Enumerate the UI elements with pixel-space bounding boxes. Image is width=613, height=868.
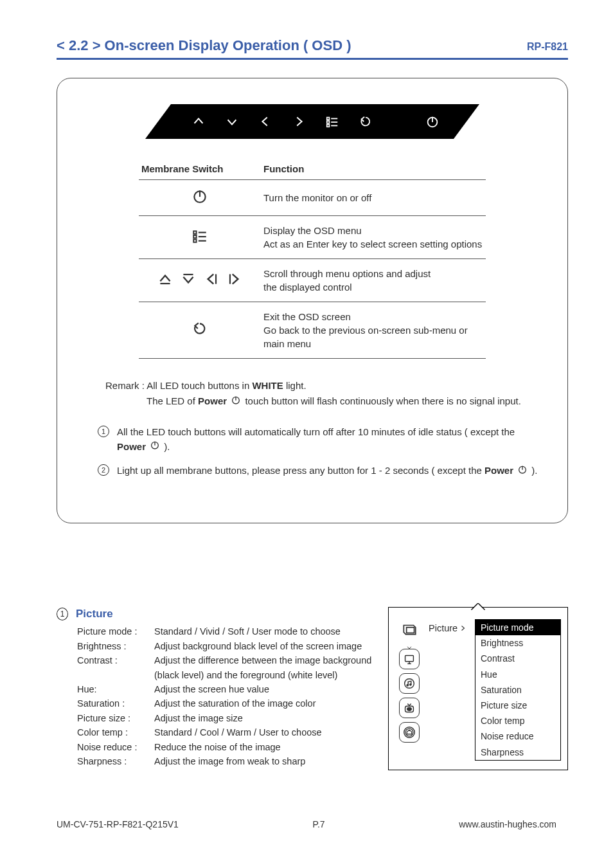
right-icon [290, 113, 307, 130]
setting-name: Picture size : [77, 711, 154, 725]
function-desc: Scroll through menu options and adjustth… [261, 259, 486, 302]
power-icon [150, 440, 160, 455]
picture-frame-icon [398, 620, 420, 638]
osd-menu-item: Saturation [475, 682, 560, 698]
setting-desc: Adjust the image size [154, 711, 378, 725]
setting-name: Sharpness : [77, 754, 154, 768]
setting-name: Picture mode : [77, 624, 154, 638]
page-number: P.7 [312, 819, 324, 829]
power-icon [424, 113, 441, 130]
setting-desc: Adjust the image from weak to sharp [154, 754, 378, 768]
switch-table: Membrane Switch Function Turn the monito… [139, 158, 486, 359]
function-desc: Display the OSD menuAct as an Enter key … [261, 216, 486, 259]
doc-code: UM-CV-751-RP-F821-Q215V1 [57, 819, 179, 829]
function-desc: Exit the OSD screenGo back to the previo… [261, 302, 486, 359]
remark-block: Remark : All LED touch buttons in WHITE … [105, 378, 545, 410]
osd-menu-item: Brightness [475, 635, 560, 651]
button-bar [145, 104, 479, 139]
setting-desc: Adjust background black level of the scr… [154, 639, 378, 653]
menu-icon [191, 228, 208, 248]
osd-menu-item: Contrast [475, 651, 560, 666]
osd-menu-item: Picture size [475, 698, 560, 713]
setting-name: Color temp : [77, 725, 154, 739]
function-desc: Turn the monitor on or off [261, 180, 486, 216]
setting-name: Contrast : [77, 653, 154, 682]
page-title: < 2.2 > On-screen Display Operation ( OS… [57, 37, 351, 54]
section-number: 1 [57, 608, 68, 620]
up-icon [157, 271, 173, 291]
site-url: www.austin-hughes.com [459, 819, 556, 829]
power-icon [231, 394, 241, 410]
osd-menu-item: Noise reduce [475, 728, 560, 744]
note-text: Light up all membrane buttons, please pr… [117, 464, 538, 478]
back-icon [191, 320, 208, 340]
menu-icon [324, 113, 341, 130]
tv-icon [399, 698, 420, 718]
th-switch: Membrane Switch [139, 158, 261, 180]
osd-menu-item: Picture mode [475, 620, 560, 635]
home-icon [399, 722, 420, 743]
setting-desc: Adjust the screen hue value [154, 682, 378, 696]
section-title: Picture [76, 608, 113, 620]
down-icon [180, 271, 197, 291]
osd-menu-item: Hue [475, 667, 560, 682]
music-icon [399, 673, 420, 694]
setting-desc: Reduce the noise of the image [154, 740, 378, 754]
down-icon [224, 113, 240, 130]
th-function: Function [261, 158, 486, 180]
setting-name: Hue: [77, 682, 154, 696]
osd-preview: Picture Picture modeBrightnessContrastHu… [388, 607, 568, 770]
setting-desc: Adjust the saturation of the image color [154, 696, 378, 710]
note-number: 1 [98, 426, 109, 437]
left-icon [203, 271, 220, 291]
back-icon [357, 113, 374, 130]
setting-desc: Adjust the difference between the image … [154, 653, 378, 682]
setting-desc: Standard / Vivid / Soft / User mode to c… [154, 624, 378, 638]
power-icon [517, 464, 528, 479]
osd-panel: Membrane Switch Function Turn the monito… [57, 78, 568, 523]
pc-icon [399, 649, 420, 669]
note-number: 2 [98, 464, 109, 476]
left-icon [257, 113, 274, 130]
setting-name: Brightness : [77, 639, 154, 653]
power-icon [191, 188, 208, 208]
model-code: RP-F821 [527, 41, 568, 53]
right-icon [226, 271, 243, 291]
setting-desc: Standard / Cool / Warm / User to choose [154, 725, 378, 739]
setting-name: Noise reduce : [77, 740, 154, 754]
note-text: All the LED touch buttons will automatic… [117, 425, 545, 455]
up-icon [190, 113, 207, 130]
setting-name: Saturation : [77, 696, 154, 710]
osd-menu: Picture modeBrightnessContrastHueSaturat… [475, 619, 561, 761]
osd-menu-item: Sharpness [475, 745, 560, 760]
osd-category-label: Picture [429, 623, 458, 633]
osd-menu-item: Color temp [475, 713, 560, 728]
